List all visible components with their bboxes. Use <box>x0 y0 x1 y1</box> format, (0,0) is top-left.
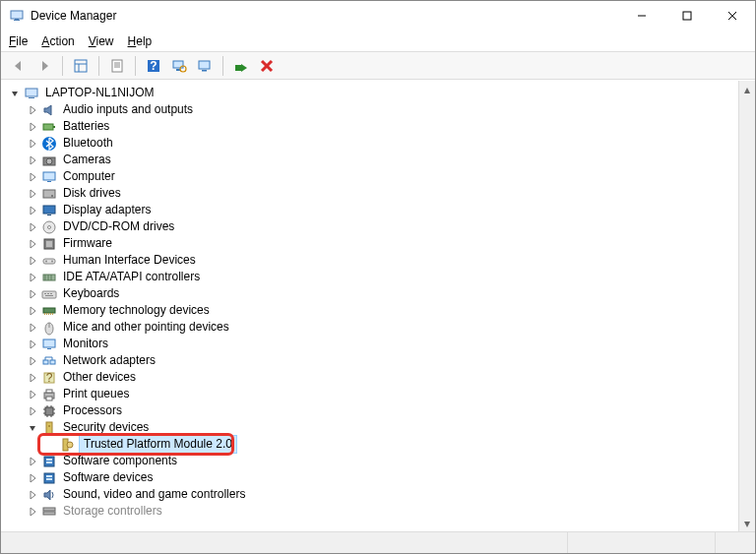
node-label: Firmware <box>61 235 114 252</box>
minimize-button[interactable] <box>619 1 664 31</box>
tree-category[interactable]: Software devices <box>4 469 738 486</box>
expand-icon[interactable] <box>26 271 39 284</box>
node-label: DVD/CD-ROM drives <box>61 218 176 235</box>
tree-category[interactable]: Human Interface Devices <box>4 252 738 269</box>
toolbar-separator <box>62 56 63 76</box>
expand-icon[interactable] <box>26 338 39 351</box>
tree-category[interactable]: Print queues <box>4 386 738 402</box>
tree-category[interactable]: Keyboards <box>4 285 738 302</box>
storage-icon <box>41 504 57 520</box>
expand-icon[interactable] <box>26 204 39 217</box>
tree-category[interactable]: ?Other devices <box>4 369 738 386</box>
expand-icon[interactable] <box>26 220 39 234</box>
tree-root-node[interactable]: LAPTOP-NL1NIJOM <box>4 85 738 101</box>
expand-icon[interactable] <box>26 237 39 251</box>
tree-category[interactable]: Display adapters <box>4 202 738 218</box>
expand-icon[interactable] <box>26 254 39 268</box>
expand-icon[interactable] <box>26 187 39 201</box>
cd-icon <box>41 219 57 235</box>
network-icon <box>41 353 57 369</box>
menu-action[interactable]: Action <box>41 34 74 48</box>
show-hide-tree-button[interactable] <box>69 54 93 78</box>
collapse-icon[interactable] <box>8 87 22 100</box>
expand-icon[interactable] <box>26 455 39 468</box>
expand-icon[interactable] <box>26 103 39 117</box>
help-button[interactable]: ? <box>142 54 165 78</box>
svg-point-83 <box>48 425 50 427</box>
node-label: IDE ATA/ATAPI controllers <box>61 269 202 285</box>
tree-category[interactable]: Audio inputs and outputs <box>4 101 738 118</box>
update-driver-button[interactable] <box>193 54 217 78</box>
tree-category[interactable]: Disk drives <box>4 185 738 202</box>
back-button[interactable] <box>7 54 31 78</box>
tree-category[interactable]: Memory technology devices <box>4 302 738 319</box>
expand-icon[interactable] <box>26 488 39 502</box>
svg-rect-10 <box>112 60 122 72</box>
menu-file[interactable]: File <box>9 34 28 48</box>
expand-icon[interactable] <box>26 120 39 134</box>
toolbar-separator <box>98 56 99 76</box>
tree-category[interactable]: Cameras <box>4 152 738 168</box>
node-label: Storage controllers <box>61 503 164 520</box>
tree-category[interactable]: Batteries <box>4 118 738 135</box>
scan-button[interactable] <box>167 54 191 78</box>
maximize-button[interactable] <box>664 1 710 31</box>
vertical-scrollbar[interactable]: ▴ ▾ <box>738 81 755 531</box>
firmware-icon <box>41 236 57 252</box>
expand-icon[interactable] <box>26 154 39 167</box>
tree-category[interactable]: Mice and other pointing devices <box>4 319 738 336</box>
expand-icon[interactable] <box>26 471 39 485</box>
expand-icon[interactable] <box>26 371 39 385</box>
tree-category[interactable]: Security devices <box>4 419 738 436</box>
tree-category[interactable]: Bluetooth <box>4 135 738 152</box>
svg-rect-72 <box>46 397 52 400</box>
computer-icon <box>24 86 39 101</box>
svg-rect-54 <box>44 313 45 315</box>
expand-icon[interactable] <box>26 321 39 335</box>
tree-category[interactable]: Storage controllers <box>4 503 738 520</box>
tree-category[interactable]: DVD/CD-ROM drives <box>4 218 738 235</box>
node-label: Software components <box>61 453 179 469</box>
tree-category[interactable]: IDE ATA/ATAPI controllers <box>4 269 738 285</box>
tree-category[interactable]: Monitors <box>4 336 738 352</box>
svg-rect-40 <box>46 241 52 247</box>
expand-icon[interactable] <box>26 354 39 368</box>
svg-rect-73 <box>45 407 53 415</box>
scroll-up-button[interactable]: ▴ <box>739 81 755 97</box>
tree-device[interactable]: Trusted Platform Module 2.0 <box>4 436 738 453</box>
tree-category[interactable]: Sound, video and game controllers <box>4 486 738 503</box>
forward-button[interactable] <box>32 54 56 78</box>
scroll-down-button[interactable]: ▾ <box>739 515 755 531</box>
svg-rect-7 <box>75 60 87 72</box>
properties-button[interactable] <box>105 54 129 78</box>
enable-device-button[interactable] <box>229 54 253 78</box>
node-label: Mice and other pointing devices <box>61 319 231 336</box>
svg-rect-92 <box>43 508 55 511</box>
svg-rect-27 <box>53 126 55 128</box>
expand-icon[interactable] <box>26 304 39 318</box>
tree-category[interactable]: Network adapters <box>4 352 738 369</box>
expand-icon[interactable] <box>26 505 39 519</box>
expand-icon[interactable] <box>26 170 39 184</box>
expand-icon[interactable] <box>26 287 39 301</box>
node-label: Software devices <box>61 469 155 486</box>
menu-help[interactable]: Help <box>128 34 153 48</box>
node-label: Keyboards <box>61 285 121 302</box>
tree-category[interactable]: Processors <box>4 402 738 419</box>
collapse-icon[interactable] <box>26 421 39 435</box>
menubar: File Action View Help <box>1 31 755 52</box>
expand-icon[interactable] <box>26 404 39 418</box>
menu-view[interactable]: View <box>89 34 114 48</box>
uninstall-device-button[interactable] <box>255 54 279 78</box>
svg-rect-90 <box>46 475 52 477</box>
expand-icon[interactable] <box>26 137 39 151</box>
tree-category[interactable]: Firmware <box>4 235 738 252</box>
disk-icon <box>41 186 57 202</box>
expand-icon[interactable] <box>26 388 39 401</box>
tree-category[interactable]: Computer <box>4 168 738 185</box>
tree-category[interactable]: Software components <box>4 453 738 469</box>
svg-rect-33 <box>43 190 55 198</box>
close-button[interactable] <box>710 1 755 31</box>
device-tree[interactable]: LAPTOP-NL1NIJOMAudio inputs and outputsB… <box>1 81 738 531</box>
node-label: Network adapters <box>61 352 158 369</box>
